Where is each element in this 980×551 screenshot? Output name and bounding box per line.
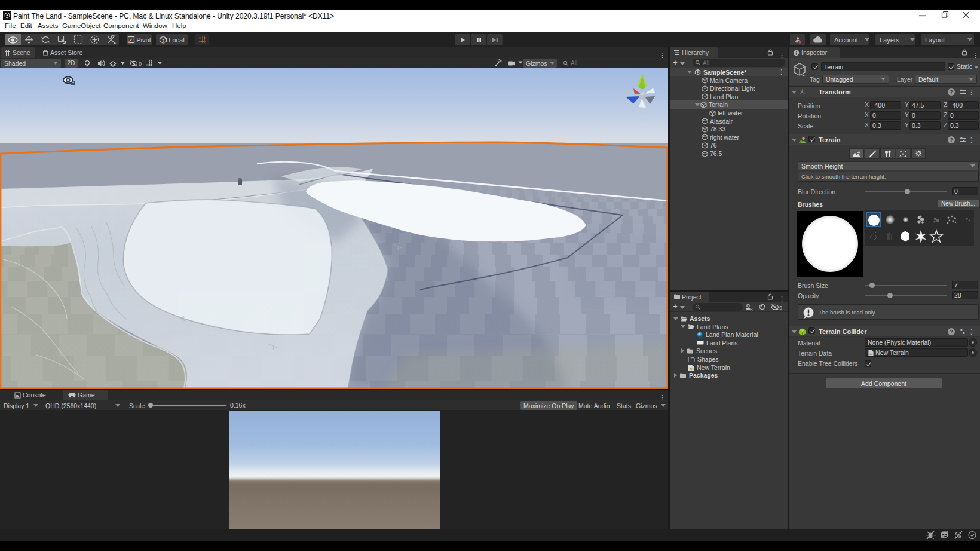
svg-text:0: 0 bbox=[139, 61, 142, 67]
svg-text:9: 9 bbox=[779, 304, 782, 311]
svg-text:Persp: Persp bbox=[635, 116, 651, 123]
